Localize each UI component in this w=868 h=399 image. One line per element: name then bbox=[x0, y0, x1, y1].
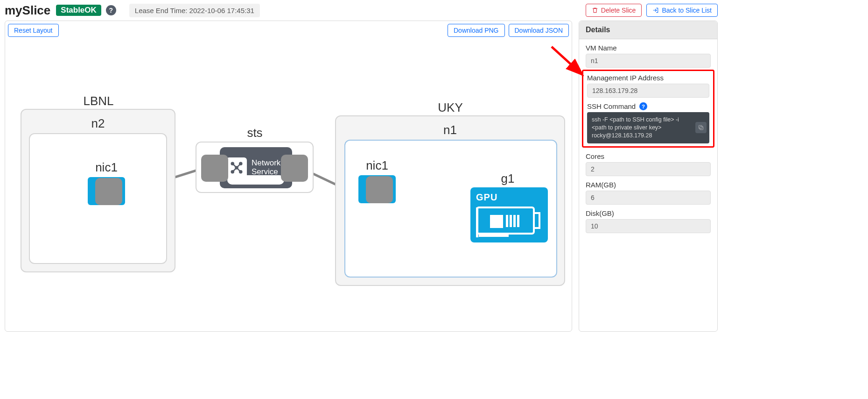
gpu-label: g1 bbox=[501, 171, 515, 186]
ns-port-right[interactable] bbox=[281, 155, 308, 182]
site-label-uky: UKY bbox=[438, 100, 462, 115]
disk-label: Disk(GB) bbox=[586, 209, 711, 217]
nic-label-lbnl: nic1 bbox=[95, 160, 118, 175]
svg-rect-20 bbox=[699, 126, 702, 129]
delete-slice-button[interactable]: Delete Slice bbox=[586, 4, 642, 17]
details-header: Details bbox=[579, 21, 717, 39]
cores-value: 2 bbox=[586, 162, 711, 176]
svg-rect-16 bbox=[517, 215, 519, 227]
topology-canvas[interactable]: Reset Layout Download PNG Download JSON … bbox=[5, 21, 572, 332]
nic-port-handle-uky[interactable] bbox=[366, 176, 393, 203]
vm-name-value: n1 bbox=[586, 54, 711, 68]
delete-slice-label: Delete Slice bbox=[601, 7, 636, 14]
disk-value: 10 bbox=[586, 219, 711, 233]
svg-rect-12 bbox=[490, 215, 503, 228]
ram-value: 6 bbox=[586, 191, 711, 205]
help-icon[interactable]: ? bbox=[106, 5, 116, 15]
trash-icon bbox=[592, 7, 598, 14]
nic-port-handle-lbnl[interactable] bbox=[95, 178, 122, 205]
vm-label-n2: n2 bbox=[91, 116, 105, 131]
nic-label-uky: nic1 bbox=[366, 158, 388, 173]
download-json-button[interactable]: Download JSON bbox=[509, 24, 569, 37]
page-title: mySlice bbox=[5, 3, 50, 18]
site-box-lbnl[interactable]: n2 nic1 bbox=[21, 109, 175, 272]
ssh-command-box: ssh -F <path to SSH config file> -i <pat… bbox=[587, 112, 709, 143]
svg-rect-13 bbox=[506, 215, 508, 227]
svg-rect-19 bbox=[700, 127, 703, 130]
reset-layout-button[interactable]: Reset Layout bbox=[8, 24, 59, 37]
gpu-card[interactable]: GPU bbox=[470, 187, 548, 242]
details-panel: Details VM Name n1 Management IP Address… bbox=[579, 21, 718, 332]
site-label-lbnl: LBNL bbox=[83, 94, 113, 108]
site-box-uky[interactable]: n1 nic1 g1 GPU bbox=[335, 115, 565, 286]
annotation-highlight: Management IP Address 128.163.179.28 SSH… bbox=[582, 70, 714, 148]
ip-value: 128.163.179.28 bbox=[587, 84, 709, 98]
ip-label: Management IP Address bbox=[587, 74, 709, 82]
gpu-icon bbox=[476, 205, 541, 238]
network-service-text: Network Service bbox=[252, 159, 280, 176]
cores-label: Cores bbox=[586, 152, 711, 160]
topology-area: LBNL n2 nic1 sts bbox=[5, 39, 572, 331]
vm-name-label: VM Name bbox=[586, 44, 711, 52]
svg-line-9 bbox=[232, 168, 237, 172]
back-to-slice-list-label: Back to Slice List bbox=[662, 7, 712, 14]
svg-line-8 bbox=[237, 164, 241, 168]
lease-end-time: Lease End Time: 2022-10-06 17:45:31 bbox=[129, 4, 260, 17]
gpu-text: GPU bbox=[476, 192, 542, 203]
network-service-box[interactable]: Network Service bbox=[196, 142, 314, 193]
ssh-command-value: ssh -F <path to SSH config file> -i <pat… bbox=[592, 116, 679, 139]
network-service-pill bbox=[227, 175, 284, 185]
svg-rect-15 bbox=[513, 215, 516, 227]
vm-box-n1[interactable]: nic1 g1 GPU bbox=[344, 140, 557, 278]
vm-label-n1: n1 bbox=[443, 123, 457, 137]
download-png-button[interactable]: Download PNG bbox=[448, 24, 505, 37]
svg-line-7 bbox=[232, 164, 237, 168]
svg-rect-14 bbox=[510, 215, 512, 227]
ssh-help-icon[interactable]: ? bbox=[639, 102, 647, 110]
copy-icon bbox=[698, 124, 704, 131]
svg-rect-11 bbox=[477, 207, 534, 234]
back-to-slice-list-button[interactable]: Back to Slice List bbox=[646, 4, 718, 17]
svg-line-10 bbox=[237, 168, 241, 172]
copy-ssh-button[interactable] bbox=[695, 122, 707, 133]
ram-label: RAM(GB) bbox=[586, 181, 711, 189]
ns-port-left[interactable] bbox=[201, 155, 228, 182]
status-badge: StableOK bbox=[56, 5, 101, 16]
top-bar: mySlice StableOK ? Lease End Time: 2022-… bbox=[0, 0, 722, 21]
sign-in-icon bbox=[652, 7, 659, 14]
network-service-label: sts bbox=[247, 126, 262, 140]
vm-box-n2[interactable]: nic1 bbox=[29, 133, 167, 264]
ssh-label: SSH Command bbox=[587, 102, 636, 110]
